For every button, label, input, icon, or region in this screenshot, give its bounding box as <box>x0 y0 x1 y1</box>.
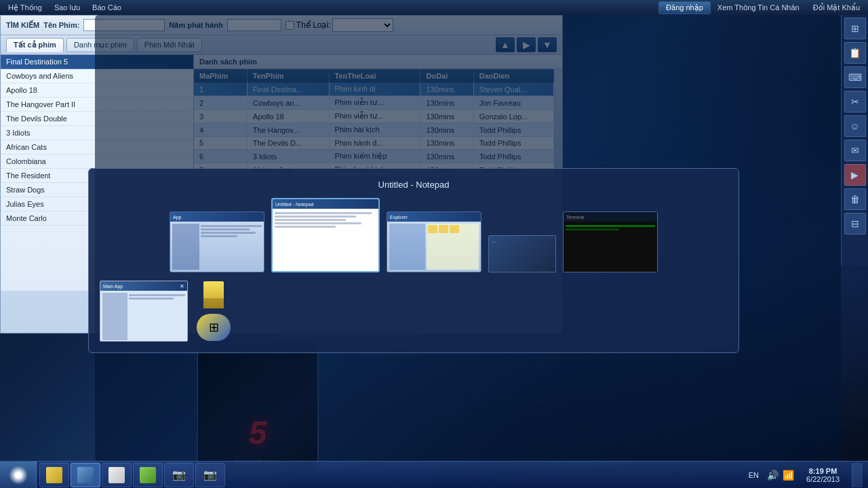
rt-btn-9[interactable]: ⊟ <box>844 213 866 235</box>
thumbnail-group-4: ... <box>488 235 556 272</box>
taskbar-item-notepad[interactable] <box>102 463 132 487</box>
tab-all-films[interactable]: Tất cả phim <box>6 38 64 52</box>
thumb-content-1 <box>170 222 264 272</box>
menu-he-thong[interactable]: Hệ Thống <box>3 2 47 14</box>
name-label: Tên Phim: <box>43 21 79 29</box>
thumbnail-2[interactable]: Untitled - Notepad <box>271 198 380 272</box>
taskbar: 📷 📷 EN 🔊 📶 8:19 PM 6/22/2013 <box>0 461 868 488</box>
search-label: TÌM KIẾM <box>6 21 39 30</box>
menu-bao-cao[interactable]: Báo Cáo <box>87 2 127 13</box>
rt-btn-2[interactable]: 📋 <box>844 42 866 64</box>
clock-date: 6/22/2013 <box>806 475 840 483</box>
rt-btn-1[interactable]: ⊞ <box>844 18 866 39</box>
files-icon <box>140 467 156 483</box>
explorer-icon <box>46 467 62 483</box>
rt-btn-3[interactable]: ⌨ <box>844 66 866 88</box>
taskbar-items: 📷 📷 <box>37 463 739 487</box>
thumbnail-4a[interactable]: ... <box>488 235 556 272</box>
start-button[interactable] <box>0 462 37 489</box>
rt-btn-6[interactable]: ✉ <box>844 140 866 161</box>
rt-btn-7[interactable]: ▶ <box>844 164 866 186</box>
camera2-icon: 📷 <box>202 467 218 483</box>
popup-title: Untitled - Notepad <box>100 180 728 190</box>
taskbar-item-camera2[interactable]: 📷 <box>195 463 225 487</box>
taskbar-item-explorer[interactable] <box>39 463 69 487</box>
clock-time: 8:19 PM <box>806 467 840 475</box>
show-desktop-btn[interactable] <box>852 463 863 487</box>
mini-thumbnail-app[interactable]: Main App ✕ <box>100 281 188 342</box>
top-menubar: Hệ Thống Sao lưu Báo Cáo Đăng nhập Xem T… <box>0 0 868 15</box>
thumb-titlebar-1: App <box>170 212 264 222</box>
mini-thumbnails-row: Main App ✕ ⊞ <box>100 281 728 342</box>
taskbar-item-files[interactable] <box>133 463 163 487</box>
rt-btn-5[interactable]: ☺ <box>844 115 866 137</box>
notepad-icon <box>108 467 125 483</box>
thumbnail-3[interactable]: Explorer <box>387 211 481 272</box>
thumb-content-3 <box>387 222 481 272</box>
taskbar-thumbnail-popup: Untitled - Notepad App <box>88 168 739 353</box>
login-button[interactable]: Đăng nhập <box>658 1 711 14</box>
thumb-titlebar-5: Terminal <box>564 212 657 222</box>
taskbar-clock[interactable]: 8:19 PM 6/22/2013 <box>798 467 848 483</box>
thumbnail-5[interactable]: Terminal <box>563 211 658 272</box>
menu-sao-luu[interactable]: Sao lưu <box>49 2 85 14</box>
decorative-icons: ⊞ <box>193 281 234 342</box>
thumb-title-text-1: App <box>173 215 181 220</box>
rt-btn-4[interactable]: ✂ <box>844 91 866 113</box>
thumb-titlebar-2: Untitled - Notepad <box>273 199 378 209</box>
app-icon <box>77 467 94 483</box>
camera-icon: 📷 <box>171 467 187 483</box>
taskbar-system-tray: EN 🔊 📶 8:19 PM 6/22/2013 <box>739 463 868 487</box>
taskbar-item-camera[interactable]: 📷 <box>164 463 194 487</box>
view-info-button[interactable]: Xem Thông Tin Cá Nhân <box>712 2 805 13</box>
volume-icon[interactable]: 🔊 <box>767 470 778 481</box>
thumb-content-5 <box>564 222 657 272</box>
thumbnail-1[interactable]: App <box>170 211 264 272</box>
lang-indicator: EN <box>745 471 763 479</box>
right-sidebar-toolbar: ⊞ 📋 ⌨ ✂ ☺ ✉ ▶ 🗑 ⊟ <box>841 15 868 266</box>
rt-btn-8[interactable]: 🗑 <box>844 188 866 210</box>
thumb-title-text-3: Explorer <box>390 215 408 220</box>
thumb-title-text-5: Terminal <box>566 215 584 220</box>
thumb-content-2 <box>273 209 378 271</box>
thumb-titlebar-3: Explorer <box>387 212 481 222</box>
windows-logo <box>9 466 28 485</box>
taskbar-item-app[interactable] <box>71 463 100 487</box>
change-pass-button[interactable]: Đổi Mật Khẩu <box>808 2 865 14</box>
thumb-title-text-2: Untitled - Notepad <box>275 202 313 207</box>
thumbnails-row: App <box>100 198 728 272</box>
network-icon[interactable]: 📶 <box>783 470 794 481</box>
